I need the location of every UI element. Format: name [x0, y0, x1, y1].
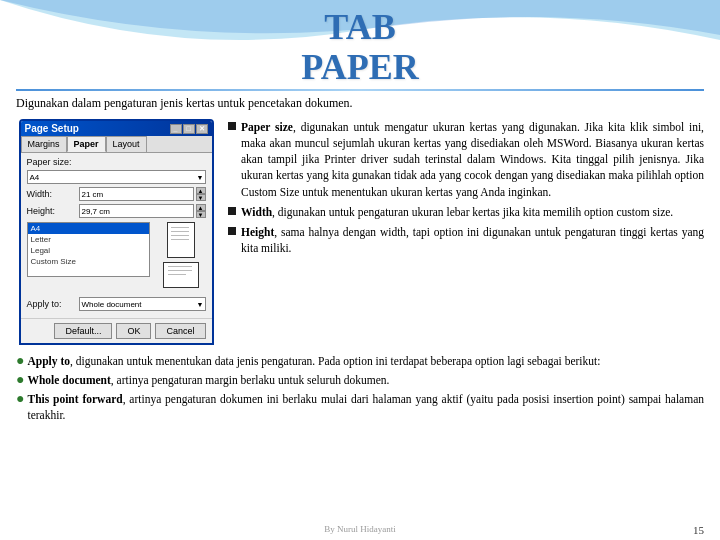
height-row: Height: 29,7 cm ▲ ▼: [27, 204, 206, 218]
bottom-bullet-this-point: ● This point forward, artinya pengaturan…: [16, 391, 704, 423]
page-setup-dialog: Page Setup _ □ ✕ Margins Paper Layout Pa…: [19, 119, 214, 345]
dialog-panel: Page Setup _ □ ✕ Margins Paper Layout Pa…: [16, 119, 216, 345]
paper-list-item-custom[interactable]: Custom Size: [28, 256, 149, 267]
paper-landscape-icon: [163, 262, 199, 288]
width-input[interactable]: 21 cm: [79, 187, 194, 201]
dropdown-arrow-icon: ▼: [197, 174, 204, 181]
main-content: Page Setup _ □ ✕ Margins Paper Layout Pa…: [0, 113, 720, 349]
width-label: Width:: [27, 189, 79, 199]
main-bullet-list: Paper size, digunakan untuk mengatur uku…: [228, 119, 704, 256]
tab-margins[interactable]: Margins: [21, 136, 67, 152]
this-point-bold: This point forward: [27, 393, 122, 405]
dialog-tabs: Margins Paper Layout: [21, 136, 212, 153]
watermark: By Nurul Hidayanti: [324, 524, 396, 534]
bullet-icon-3: [228, 227, 236, 235]
divider-line: [16, 89, 704, 91]
width-spinner: ▲ ▼: [196, 187, 206, 201]
bullet-height: Height, sama halnya dengan width, tapi o…: [228, 224, 704, 256]
paper-list-item-legal[interactable]: Legal: [28, 245, 149, 256]
apply-to-dropdown[interactable]: Whole document ▼: [79, 297, 206, 311]
ok-button[interactable]: OK: [116, 323, 151, 339]
minimize-button[interactable]: _: [170, 124, 182, 134]
paper-size-dropdown[interactable]: A4 ▼: [27, 170, 206, 184]
paper-portrait-icon: [167, 222, 195, 258]
paper-size-label: Paper size:: [27, 157, 79, 167]
dialog-titlebar: Page Setup _ □ ✕: [21, 121, 212, 136]
bottom-text-1: Apply to, digunakan untuk menentukan dat…: [27, 353, 704, 369]
default-button[interactable]: Default...: [54, 323, 112, 339]
apply-to-value: Whole document: [82, 300, 142, 309]
height-input[interactable]: 29,7 cm: [79, 204, 194, 218]
page-number: 15: [693, 524, 704, 536]
title-line2: PAPER: [0, 48, 720, 88]
close-button[interactable]: ✕: [196, 124, 208, 134]
bottom-bullet-apply-to: ● Apply to, digunakan untuk menentukan d…: [16, 353, 704, 370]
paper-size-row: Paper size:: [27, 157, 206, 167]
green-bullet-icon-1: ●: [16, 353, 24, 370]
bullet-paper-size: Paper size, digunakan untuk mengatur uku…: [228, 119, 704, 199]
maximize-button[interactable]: □: [183, 124, 195, 134]
bullet-text-2: Width, digunakan untuk pengaturan ukuran…: [241, 204, 704, 220]
green-bullet-icon-3: ●: [16, 391, 24, 408]
right-bullets-panel: Paper size, digunakan untuk mengatur uku…: [228, 119, 704, 345]
titlebar-buttons: _ □ ✕: [170, 124, 208, 134]
paper-size-value: A4: [30, 173, 40, 182]
bullet-text-1: Paper size, digunakan untuk mengatur uku…: [241, 119, 704, 199]
whole-doc-bold: Whole document: [27, 374, 110, 386]
width-value: 21 cm: [82, 190, 104, 199]
paper-list-box[interactable]: A4 Letter Legal Custom Size: [27, 222, 150, 277]
bullet-label-2: Width: [241, 206, 272, 218]
dialog-footer: Default... OK Cancel: [21, 318, 212, 343]
bullet-label-3: Height: [241, 226, 274, 238]
bullet-icon-2: [228, 207, 236, 215]
height-spinner: ▲ ▼: [196, 204, 206, 218]
apply-to-row: Apply to: Whole document ▼: [27, 297, 206, 311]
tab-layout[interactable]: Layout: [106, 136, 147, 152]
bullet-width: Width, digunakan untuk pengaturan ukuran…: [228, 204, 704, 220]
green-bullet-icon-2: ●: [16, 372, 24, 389]
width-down-button[interactable]: ▼: [196, 194, 206, 201]
tab-paper[interactable]: Paper: [67, 136, 106, 152]
height-value: 29,7 cm: [82, 207, 110, 216]
paper-list-panel: A4 Letter Legal Custom Size: [27, 222, 150, 294]
paper-preview-area: A4 Letter Legal Custom Size: [27, 222, 206, 294]
title-line1: TAB: [0, 8, 720, 48]
intro-text: Digunakan dalam pengaturan jenis kertas …: [0, 93, 720, 113]
apply-to-label: Apply to:: [27, 299, 79, 309]
cancel-button[interactable]: Cancel: [155, 323, 205, 339]
bullet-text-3: Height, sama halnya dengan width, tapi o…: [241, 224, 704, 256]
bottom-text-3: This point forward, artinya pengaturan d…: [27, 391, 704, 423]
bullet-icon-1: [228, 122, 236, 130]
paper-list-item-letter[interactable]: Letter: [28, 234, 149, 245]
height-down-button[interactable]: ▼: [196, 211, 206, 218]
apply-dropdown-arrow-icon: ▼: [197, 301, 204, 308]
height-label: Height:: [27, 206, 79, 216]
bottom-text-2: Whole document, artinya pengaturan margi…: [27, 372, 704, 388]
dialog-title: Page Setup: [25, 123, 79, 134]
apply-to-bold: Apply to: [27, 355, 70, 367]
bottom-section: ● Apply to, digunakan untuk menentukan d…: [0, 349, 720, 429]
paper-preview-visual: [156, 222, 206, 294]
paper-list-item-a4[interactable]: A4: [28, 223, 149, 234]
paper-size-input-row: A4 ▼: [27, 170, 206, 184]
height-up-button[interactable]: ▲: [196, 204, 206, 211]
dialog-body: Paper size: A4 ▼ Width: 21 cm ▲: [21, 153, 212, 318]
width-up-button[interactable]: ▲: [196, 187, 206, 194]
bullet-label-1: Paper size: [241, 121, 293, 133]
width-row: Width: 21 cm ▲ ▼: [27, 187, 206, 201]
title-section: TAB PAPER: [0, 0, 720, 87]
bottom-bullet-whole-doc: ● Whole document, artinya pengaturan mar…: [16, 372, 704, 389]
